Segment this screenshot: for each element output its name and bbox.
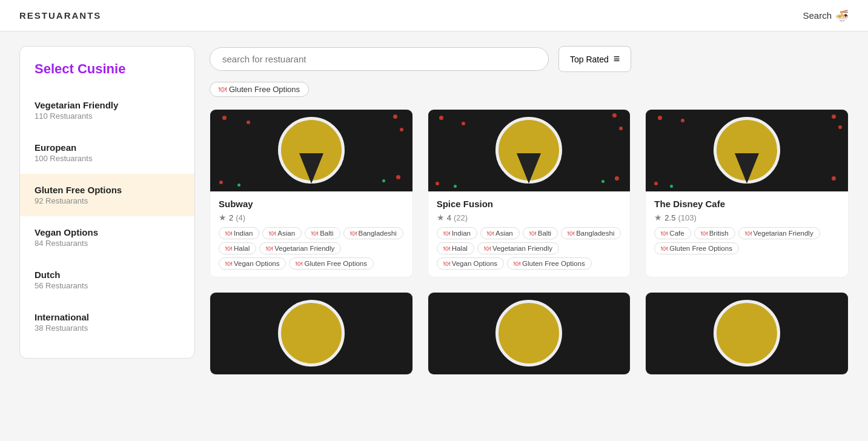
sort-icon: ≡ — [614, 53, 620, 65]
tag-icon: 🍽 — [350, 230, 357, 237]
tag-cafe[interactable]: 🍽Cafe — [654, 227, 691, 239]
sidebar-item-vegan[interactable]: Vegan Options 84 Restuarants — [20, 216, 194, 259]
filter-tag-label: Gluten Free Options — [229, 85, 300, 94]
disney-cafe-tags: 🍽Cafe 🍽British 🍽Vegetarian Friendly 🍽Glu… — [654, 227, 840, 254]
tag-indian[interactable]: 🍽Indian — [219, 227, 259, 239]
tag-veg-friendly[interactable]: 🍽Vegetarian Friendly — [259, 242, 341, 254]
sidebar-item-gluten-free[interactable]: Gluten Free Options 92 Restuarants — [20, 174, 194, 216]
active-filter-tag[interactable]: 🍽 Gluten Free Options — [210, 82, 309, 97]
tag-icon: 🍽 — [661, 230, 668, 237]
tag-icon: 🍽 — [443, 245, 450, 252]
tag-icon: 🍽 — [266, 245, 273, 252]
tag-icon: 🍽 — [661, 245, 668, 252]
tag-icon: 🍽 — [529, 230, 536, 237]
sidebar-item-dutch[interactable]: Dutch 56 Restuarants — [20, 259, 194, 301]
tag-veg-friendly[interactable]: 🍽Vegetarian Friendly — [738, 227, 820, 239]
app-title: RESTUARANTS — [19, 10, 101, 21]
restaurant-rating-spice-fusion: ★ 4 (22) — [437, 213, 622, 222]
restaurant-card-bottom-3[interactable] — [645, 292, 849, 375]
tag-indian[interactable]: 🍽Indian — [437, 227, 477, 239]
restaurant-img-spice-fusion — [428, 110, 631, 191]
tag-halal[interactable]: 🍽Halal — [437, 242, 474, 254]
restaurant-img-bottom-3 — [646, 293, 848, 374]
tag-icon: 🍽 — [296, 260, 302, 267]
sort-button[interactable]: Top Rated ≡ — [558, 46, 631, 72]
tag-icon: 🍽 — [514, 260, 520, 267]
tag-gluten[interactable]: 🍽Gluten Free Options — [654, 242, 739, 254]
subway-tags: 🍽Indian 🍽Asian 🍽Balti 🍽Bangladeshi 🍽Hala… — [219, 227, 404, 270]
restaurant-card-spice-fusion[interactable]: Spice Fusion ★ 4 (22) 🍽Indian 🍽Asian 🍽Ba… — [428, 109, 631, 277]
tag-icon: 🍽 — [443, 230, 450, 237]
search-input[interactable] — [210, 47, 549, 71]
sidebar-item-european[interactable]: European 100 Restuarants — [20, 131, 194, 174]
restaurant-info-disney-cafe: The Disney Cafe ★ 2.5 (103) 🍽Cafe 🍽Briti… — [646, 191, 848, 262]
rating-value: 2.5 — [664, 213, 675, 222]
restaurant-grid: Subway ★ 2 (4) 🍽Indian 🍽Asian 🍽Balti 🍽Ba… — [210, 109, 849, 375]
restaurant-img-bottom-2 — [428, 293, 631, 374]
tag-icon: 🍽 — [225, 260, 232, 267]
tag-balti[interactable]: 🍽Balti — [305, 227, 340, 239]
rating-count: (103) — [678, 213, 696, 222]
restaurant-info-spice-fusion: Spice Fusion ★ 4 (22) 🍽Indian 🍽Asian 🍽Ba… — [428, 191, 631, 277]
tag-asian[interactable]: 🍽Asian — [262, 227, 302, 239]
tag-vegan[interactable]: 🍽Vegan Options — [437, 257, 504, 270]
tag-icon: 🍽 — [443, 260, 450, 267]
restaurant-img-bottom-1 — [210, 293, 412, 374]
tag-veg-friendly[interactable]: 🍽Vegetarian Friendly — [477, 242, 559, 254]
tag-icon: 🍽 — [311, 230, 318, 237]
tag-asian[interactable]: 🍽Asian — [480, 227, 520, 239]
sidebar-item-vegetarian[interactable]: Vegetarian Friendly 110 Restuarants — [20, 89, 194, 131]
tag-icon: 🍽 — [269, 230, 276, 237]
filter-row: 🍽 Gluten Free Options — [210, 82, 849, 97]
tag-vegan[interactable]: 🍽Vegan Options — [219, 257, 286, 270]
restaurant-card-bottom-2[interactable] — [428, 292, 631, 375]
restaurant-card-bottom-1[interactable] — [210, 292, 413, 375]
tag-halal[interactable]: 🍽Halal — [219, 242, 256, 254]
restaurant-rating-disney-cafe: ★ 2.5 (103) — [654, 213, 840, 222]
restaurant-card-subway[interactable]: Subway ★ 2 (4) 🍽Indian 🍽Asian 🍽Balti 🍽Ba… — [210, 109, 413, 277]
rating-count: (4) — [236, 213, 245, 222]
tag-icon: 🍽 — [568, 230, 574, 237]
restaurant-rating-subway: ★ 2 (4) — [219, 213, 404, 222]
header-search-button[interactable]: Search 🍜 — [803, 9, 849, 22]
rating-value: 4 — [447, 213, 451, 222]
sidebar: Select Cusinie Vegetarian Friendly 110 R… — [19, 46, 195, 359]
restaurant-img-subway — [210, 110, 412, 191]
tag-gluten[interactable]: 🍽Gluten Free Options — [507, 257, 592, 270]
restaurant-info-subway: Subway ★ 2 (4) 🍽Indian 🍽Asian 🍽Balti 🍽Ba… — [210, 191, 412, 277]
tag-british[interactable]: 🍽British — [694, 227, 735, 239]
steam-icon: 🍜 — [835, 9, 849, 22]
sort-label: Top Rated — [570, 55, 609, 64]
sidebar-heading: Select Cusinie — [20, 61, 194, 89]
tag-icon: 🍽 — [487, 230, 494, 237]
tag-icon: 🍽 — [225, 230, 232, 237]
tag-bangladeshi[interactable]: 🍽Bangladeshi — [561, 227, 621, 239]
restaurant-name-disney-cafe: The Disney Cafe — [654, 199, 840, 209]
header: RESTUARANTS Search 🍜 — [0, 0, 868, 31]
search-label: Search — [803, 10, 832, 21]
filter-tag-icon: 🍽 — [219, 85, 227, 94]
main-layout: Select Cusinie Vegetarian Friendly 110 R… — [0, 31, 868, 441]
tag-icon: 🍽 — [745, 230, 752, 237]
star-icon: ★ — [437, 213, 445, 222]
rating-value: 2 — [229, 213, 233, 222]
restaurant-img-disney-cafe — [646, 110, 848, 191]
tag-icon: 🍽 — [701, 230, 707, 237]
tag-gluten[interactable]: 🍽Gluten Free Options — [289, 257, 374, 270]
sidebar-item-international[interactable]: International 38 Restuarants — [20, 301, 194, 343]
tag-balti[interactable]: 🍽Balti — [523, 227, 558, 239]
rating-count: (22) — [454, 213, 468, 222]
tag-icon: 🍽 — [484, 245, 491, 252]
star-icon: ★ — [219, 213, 227, 222]
content-top-bar: Top Rated ≡ — [210, 46, 849, 72]
restaurant-name-subway: Subway — [219, 199, 404, 209]
tag-bangladeshi[interactable]: 🍽Bangladeshi — [343, 227, 403, 239]
restaurant-card-disney-cafe[interactable]: The Disney Cafe ★ 2.5 (103) 🍽Cafe 🍽Briti… — [645, 109, 849, 277]
content-area: Top Rated ≡ 🍽 Gluten Free Options — [210, 46, 849, 426]
restaurant-name-spice-fusion: Spice Fusion — [437, 199, 622, 209]
tag-icon: 🍽 — [225, 245, 232, 252]
star-icon: ★ — [654, 213, 662, 222]
spice-fusion-tags: 🍽Indian 🍽Asian 🍽Balti 🍽Bangladeshi 🍽Hala… — [437, 227, 622, 270]
